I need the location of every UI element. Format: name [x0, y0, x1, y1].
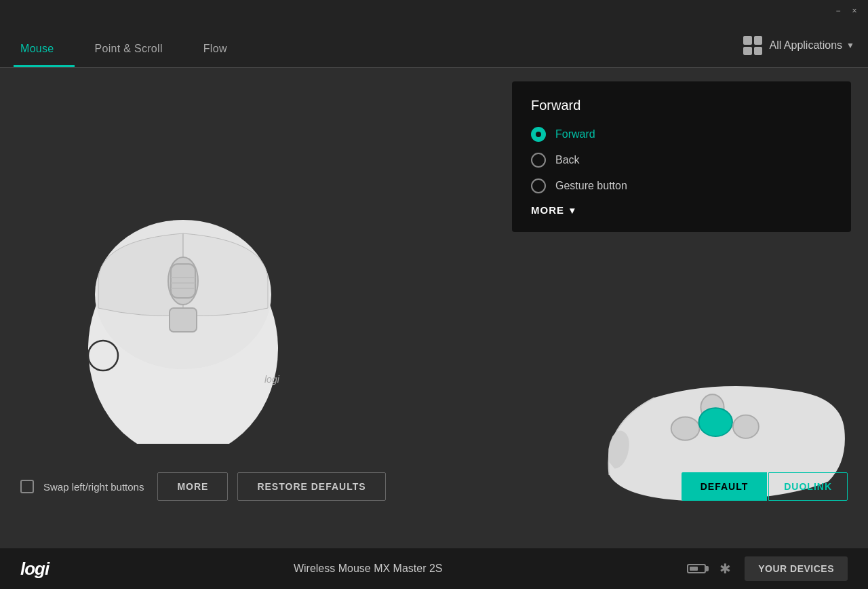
bluetooth-icon: ✱	[719, 560, 731, 577]
svg-text:logi: logi	[264, 374, 280, 385]
tab-mouse[interactable]: Mouse	[14, 43, 75, 67]
svg-point-12	[671, 417, 700, 440]
action-buttons: MORE RESTORE DEFAULTS	[157, 472, 385, 501]
tab-point-scroll[interactable]: Point & Scroll	[75, 43, 183, 67]
option-forward-label: Forward	[555, 128, 595, 140]
option-forward[interactable]: Forward	[531, 127, 832, 142]
button-assignment-popup: Forward Forward Back Gesture button MORE…	[512, 81, 851, 232]
duolink-button[interactable]: DUOLINK	[768, 472, 848, 501]
logi-logo: logi	[20, 558, 49, 580]
header-right: All Applications ▼	[743, 36, 868, 67]
device-name: Wireless Mouse MX Master 2S	[49, 563, 687, 575]
more-button[interactable]: MORE	[157, 472, 228, 501]
radio-gesture[interactable]	[531, 178, 546, 193]
option-gesture[interactable]: Gesture button	[531, 178, 832, 193]
option-back[interactable]: Back	[531, 153, 832, 168]
grid-icon[interactable]	[743, 36, 762, 55]
swap-buttons-wrap: Swap left/right buttons	[20, 480, 144, 493]
your-devices-button[interactable]: YOUR DEVICES	[745, 556, 848, 581]
swap-buttons-label: Swap left/right buttons	[43, 481, 144, 493]
option-gesture-label: Gesture button	[555, 180, 627, 192]
header: Mouse Point & Scroll Flow All Applicatio…	[0, 0, 868, 68]
footer: logi Wireless Mouse MX Master 2S ✱ YOUR …	[0, 548, 868, 589]
tab-flow[interactable]: Flow	[183, 43, 248, 67]
footer-right: ✱ YOUR DEVICES	[687, 556, 848, 581]
nav-tabs: Mouse Point & Scroll Flow	[0, 0, 248, 67]
svg-point-14	[733, 415, 759, 438]
popup-title: Forward	[531, 98, 832, 113]
battery-icon	[687, 564, 706, 573]
chevron-down-icon: ▼	[846, 41, 854, 50]
close-button[interactable]: ×	[849, 5, 860, 16]
minimize-button[interactable]: −	[833, 5, 844, 16]
chevron-down-icon: ▾	[570, 205, 575, 216]
main-content: logi Forward	[0, 68, 868, 548]
mouse-front-view: logi	[54, 159, 312, 430]
radio-forward[interactable]	[531, 127, 546, 142]
default-button[interactable]: DEFAULT	[682, 472, 768, 501]
svg-rect-4	[171, 264, 195, 298]
option-back-label: Back	[555, 154, 580, 166]
profile-buttons: DEFAULT DUOLINK	[682, 472, 848, 501]
svg-rect-8	[170, 308, 197, 332]
radio-back[interactable]	[531, 153, 546, 168]
more-options-button[interactable]: MORE ▾	[531, 204, 832, 216]
all-applications-selector[interactable]: All Applications ▼	[769, 39, 854, 52]
titlebar: − ×	[825, 0, 868, 22]
svg-point-13	[699, 408, 732, 436]
bottom-controls: Swap left/right buttons MORE RESTORE DEF…	[0, 472, 868, 501]
swap-buttons-checkbox[interactable]	[20, 480, 34, 493]
restore-defaults-button[interactable]: RESTORE DEFAULTS	[237, 472, 385, 501]
